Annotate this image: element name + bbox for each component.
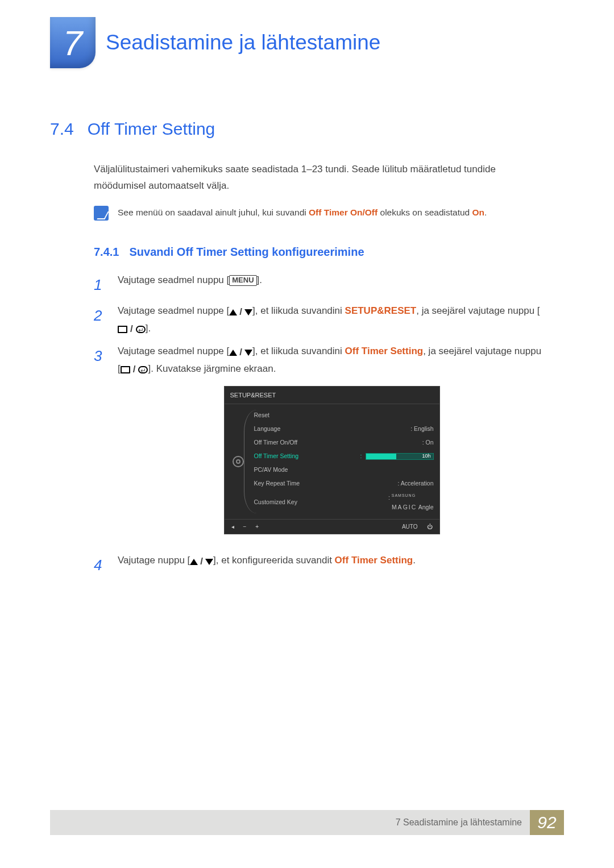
step-3-highlight: Off Timer Setting [345, 346, 424, 356]
triangle-down-icon [205, 559, 213, 565]
osd-label: PC/AV Mode [254, 465, 288, 475]
osd-value-text: On [425, 439, 433, 446]
osd-row-pcav: PC/AV Mode [254, 463, 434, 477]
note-pre: See menüü on saadaval ainult juhul, kui … [118, 207, 309, 217]
step-1-post: ]. [257, 275, 262, 285]
step-1-body: Vajutage seadmel nuppu [MENU]. [118, 272, 546, 297]
step-4-number: 4 [94, 553, 107, 578]
osd-value: : SAMSUNGMAGIC Angle [388, 492, 434, 513]
note-icon [94, 206, 109, 221]
osd-rows: Reset Language: English Off Timer On/Off… [252, 404, 439, 518]
note-highlight-2: On [472, 207, 485, 217]
osd-arc-decoration [244, 410, 256, 513]
step-2-body: Vajutage seadmel nuppe [/], et liikuda s… [118, 303, 546, 338]
osd-back-icon: ◂ [231, 522, 234, 531]
step-2-post2: , ja seejärel vajutage nuppu [ [416, 305, 540, 316]
step-4-post: . [413, 555, 416, 566]
step-1-number: 1 [94, 272, 107, 297]
osd-value: : Acceleration [397, 479, 433, 489]
osd-brand-sup: SAMSUNG [392, 493, 416, 497]
step-2-pre: Vajutage seadmel nuppe [ [118, 305, 229, 316]
source-icon [121, 366, 130, 373]
page-footer: 7 Seadistamine ja lähtestamine 92 [50, 810, 564, 835]
osd-footer-right: AUTO ⏻ [402, 522, 433, 531]
osd-label: Off Timer Setting [254, 451, 299, 462]
osd-icon-column [225, 404, 252, 518]
step-3: 3 Vajutage seadmel nuppe [/], et liikuda… [94, 343, 546, 547]
osd-row-keyrepeat: Key Repeat Time: Acceleration [254, 477, 434, 491]
step-4: 4 Vajutage nuppu [/], et konfigureerida … [94, 553, 546, 578]
section-intro: Väljalülitustaimeri vahemikuks saate sea… [94, 161, 546, 194]
osd-value: : On [422, 438, 434, 448]
up-down-icon: / [229, 344, 252, 361]
gear-icon [233, 456, 244, 467]
step-2-number: 2 [94, 303, 107, 338]
step-4-mid: ], et konfigureerida suvandit [213, 555, 335, 566]
step-3-post3: ]. Kuvatakse järgmine ekraan. [148, 363, 276, 374]
osd-footer: ◂ − + AUTO ⏻ [225, 519, 439, 534]
section-number: 7.4 [50, 119, 74, 139]
step-1: 1 Vajutage seadmel nuppu [MENU]. [94, 272, 546, 297]
osd-row-language: Language: English [254, 422, 434, 436]
triangle-down-icon [244, 309, 252, 315]
menu-keycap: MENU [229, 275, 256, 286]
power-icon: ⏻ [427, 522, 433, 531]
osd-row-reset: Reset [254, 409, 434, 422]
section-title: Off Timer Setting [88, 119, 215, 139]
note-post: . [484, 207, 487, 217]
osd-title: SETUP&RESET [225, 387, 439, 405]
note-mid: olekuks on seadistatud [377, 207, 472, 217]
subsection-number: 7.4.1 [94, 246, 119, 259]
step-4-pre: Vajutage nuppu [ [118, 555, 190, 566]
enter-icon [138, 366, 148, 373]
footer-text: 7 Seadistamine ja lähtestamine [396, 817, 530, 828]
source-enter-icon: / [121, 362, 148, 378]
triangle-up-icon [190, 559, 198, 565]
osd-brand-tail: Angle [417, 504, 433, 510]
triangle-down-icon [244, 350, 252, 356]
step-4-highlight: Off Timer Setting [335, 555, 413, 566]
note-highlight-1: Off Timer On/Off [309, 207, 377, 217]
osd-row-offtimer-setting: Off Timer Setting: 10h [254, 450, 434, 463]
osd-auto-label: AUTO [402, 522, 418, 531]
note: See menüü on saadaval ainult juhul, kui … [94, 206, 546, 221]
note-text: See menüü on saadaval ainult juhul, kui … [118, 206, 487, 220]
page-number: 92 [530, 810, 564, 835]
chapter-header: 7 Seadistamine ja lähtestamine [0, 0, 614, 68]
step-2-highlight: SETUP&RESET [345, 305, 417, 316]
section-heading: 7.4 Off Timer Setting [50, 119, 614, 139]
step-2: 2 Vajutage seadmel nuppe [/], et liikuda… [94, 303, 546, 338]
step-3-body: Vajutage seadmel nuppe [/], et liikuda s… [118, 343, 546, 547]
osd-footer-left: ◂ − + [231, 522, 259, 531]
osd-value-text: English [414, 425, 433, 432]
step-2-post3: ]. [146, 323, 151, 334]
osd-label: Language [254, 424, 281, 434]
chapter-number-badge: 7 [50, 17, 96, 68]
osd-body: Reset Language: English Off Timer On/Off… [225, 404, 439, 518]
step-3-number: 3 [94, 343, 107, 547]
osd-menu: SETUP&RESET Reset Language: English Off … [224, 386, 440, 534]
up-down-icon: / [190, 554, 213, 570]
step-1-pre: Vajutage seadmel nuppu [ [118, 275, 229, 285]
osd-label: Key Repeat Time [254, 479, 300, 489]
osd-slider: 10h [366, 453, 434, 460]
chapter-title: Seadistamine ja lähtestamine [106, 17, 380, 55]
subsection-heading: 7.4.1 Suvandi Off Timer Setting konfigur… [94, 246, 546, 259]
source-icon [118, 326, 127, 333]
osd-row-customkey: Customized Key: SAMSUNGMAGIC Angle [254, 491, 434, 514]
osd-minus-icon: − [243, 522, 247, 531]
osd-label: Off Timer On/Off [254, 438, 298, 448]
source-enter-icon: / [118, 321, 146, 338]
triangle-up-icon [229, 350, 237, 356]
osd-label: Reset [254, 410, 269, 421]
step-3-pre: Vajutage seadmel nuppe [ [118, 346, 229, 356]
step-2-mid: ], et liikuda suvandini [252, 305, 345, 316]
step-list: 1 Vajutage seadmel nuppu [MENU]. 2 Vajut… [94, 272, 546, 578]
subsection-title: Suvandi Off Timer Setting konfigureerimi… [129, 246, 364, 259]
osd-row-offtimer-onoff: Off Timer On/Off: On [254, 436, 434, 450]
osd-brand: MAGIC [392, 504, 417, 510]
osd-label: Customized Key [254, 497, 297, 508]
osd-value: : English [410, 424, 433, 434]
up-down-icon: / [229, 304, 252, 321]
step-4-body: Vajutage nuppu [/], et konfigureerida su… [118, 553, 546, 578]
